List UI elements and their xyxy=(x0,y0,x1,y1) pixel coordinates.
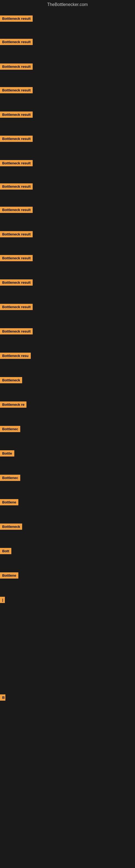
bottleneck-badge-17[interactable]: Bottleneck re xyxy=(0,401,27,408)
bottleneck-badge-1[interactable]: Bottleneck result xyxy=(0,16,33,22)
bottleneck-badge-20[interactable]: Bottlenec xyxy=(0,475,20,481)
bottleneck-badge-7[interactable]: Bottleneck result xyxy=(0,160,33,166)
bottleneck-item-18: Bottlenec xyxy=(0,426,20,433)
bottleneck-badge-4[interactable]: Bottleneck result xyxy=(0,87,33,93)
bottleneck-badge-6[interactable]: Bottleneck result xyxy=(0,135,33,142)
bottleneck-item-3: Bottleneck result xyxy=(0,63,33,71)
bottleneck-item-20: Bottlenec xyxy=(0,475,20,482)
bottleneck-badge-26[interactable]: B xyxy=(0,694,5,701)
bottleneck-item-6: Bottleneck result xyxy=(0,135,33,143)
bottleneck-badge-10[interactable]: Bottleneck result xyxy=(0,231,33,237)
bottleneck-item-1: Bottleneck result xyxy=(0,16,33,23)
bottleneck-badge-9[interactable]: Bottleneck result xyxy=(0,207,33,213)
bottleneck-item-8: Bottleneck result xyxy=(0,183,33,191)
bottleneck-badge-11[interactable]: Bottleneck result xyxy=(0,255,33,261)
bottleneck-item-15: Bottleneck resu xyxy=(0,352,31,360)
bottleneck-item-14: Bottleneck result xyxy=(0,328,33,336)
bottleneck-item-4: Bottleneck result xyxy=(0,87,33,94)
bottleneck-badge-19[interactable]: Bottle xyxy=(0,450,14,457)
bottleneck-badge-13[interactable]: Bottleneck result xyxy=(0,304,33,310)
bottleneck-item-17: Bottleneck re xyxy=(0,401,27,409)
bottleneck-badge-5[interactable]: Bottleneck result xyxy=(0,112,33,118)
bottleneck-item-11: Bottleneck result xyxy=(0,255,33,262)
bottleneck-item-26: B xyxy=(0,694,5,702)
bottleneck-item-12: Bottleneck result xyxy=(0,279,33,287)
bottleneck-item-25: | xyxy=(0,597,5,604)
bottleneck-badge-18[interactable]: Bottlenec xyxy=(0,426,20,432)
bottleneck-badge-22[interactable]: Bottleneck xyxy=(0,524,22,530)
bottleneck-item-21: Bottlene xyxy=(0,499,18,506)
bottleneck-item-23: Bott xyxy=(0,548,11,555)
bottleneck-item-7: Bottleneck result xyxy=(0,160,33,167)
bottleneck-badge-2[interactable]: Bottleneck result xyxy=(0,39,33,45)
bottleneck-item-2: Bottleneck result xyxy=(0,39,33,46)
bottleneck-badge-23[interactable]: Bott xyxy=(0,548,11,554)
bottleneck-badge-24[interactable]: Bottlene xyxy=(0,572,18,579)
bottleneck-badge-21[interactable]: Bottlene xyxy=(0,499,18,505)
bottleneck-item-24: Bottlene xyxy=(0,572,18,580)
bottleneck-badge-16[interactable]: Bottleneck xyxy=(0,377,22,383)
bottleneck-item-22: Bottleneck xyxy=(0,524,22,531)
bottleneck-item-19: Bottle xyxy=(0,450,14,458)
bottleneck-item-10: Bottleneck result xyxy=(0,231,33,239)
bottleneck-badge-25[interactable]: | xyxy=(0,597,5,603)
bottleneck-item-9: Bottleneck result xyxy=(0,207,33,214)
bottleneck-badge-15[interactable]: Bottleneck resu xyxy=(0,352,31,359)
bottleneck-item-13: Bottleneck result xyxy=(0,304,33,311)
bottleneck-badge-8[interactable]: Bottleneck result xyxy=(0,183,33,190)
bottleneck-badge-3[interactable]: Bottleneck result xyxy=(0,63,33,70)
bottleneck-item-16: Bottleneck xyxy=(0,377,22,384)
bottleneck-item-5: Bottleneck result xyxy=(0,112,33,119)
site-title: TheBottlenecker.com xyxy=(0,0,135,9)
bottleneck-badge-12[interactable]: Bottleneck result xyxy=(0,279,33,286)
bottleneck-badge-14[interactable]: Bottleneck result xyxy=(0,328,33,335)
